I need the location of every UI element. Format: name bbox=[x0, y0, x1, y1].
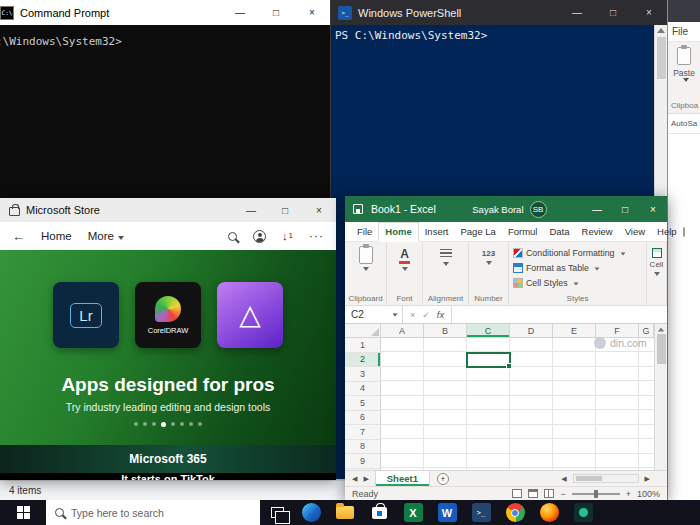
taskbar-chrome[interactable] bbox=[498, 500, 532, 525]
formula-input[interactable] bbox=[452, 306, 667, 323]
zoom-knob[interactable] bbox=[594, 490, 598, 498]
row-header[interactable]: 1 bbox=[345, 338, 380, 353]
taskbar-firefox[interactable] bbox=[532, 500, 566, 525]
tab-formulas[interactable]: Formul bbox=[502, 222, 544, 241]
side-window-titlebar[interactable] bbox=[668, 0, 700, 22]
cells-group[interactable]: Cell bbox=[647, 242, 667, 305]
row-header[interactable]: 5 bbox=[345, 396, 380, 411]
minimize-button[interactable]: — bbox=[234, 198, 268, 222]
tab-review[interactable]: Review bbox=[576, 222, 619, 241]
sheet-nav-left-icon[interactable]: ◀ bbox=[349, 475, 360, 483]
taskbar-edge[interactable] bbox=[294, 500, 328, 525]
sheet-tab-sheet1[interactable]: Sheet1 bbox=[375, 471, 430, 486]
paste-icon[interactable] bbox=[359, 246, 373, 264]
tab-view[interactable]: View bbox=[619, 222, 651, 241]
row-header[interactable]: 3 bbox=[345, 367, 380, 382]
file-tab[interactable]: File bbox=[672, 26, 688, 37]
chevron-down-icon[interactable] bbox=[443, 262, 449, 266]
nav-home[interactable]: Home bbox=[41, 230, 72, 242]
microsoft-365-banner[interactable]: Microsoft 365 bbox=[0, 445, 336, 473]
taskbar-powershell[interactable]: >_ bbox=[464, 500, 498, 525]
scrollbar-thumb[interactable] bbox=[657, 37, 666, 79]
maximize-button[interactable]: □ bbox=[258, 0, 294, 25]
row-header[interactable]: 8 bbox=[345, 440, 380, 455]
column-header[interactable]: E bbox=[553, 324, 596, 337]
selected-cell-C2[interactable] bbox=[466, 352, 511, 368]
command-prompt-titlebar[interactable]: C:\ Command Prompt — □ × bbox=[0, 0, 330, 25]
search-icon[interactable] bbox=[228, 232, 237, 241]
search-input[interactable] bbox=[71, 507, 231, 519]
zoom-out-icon[interactable]: − bbox=[560, 489, 565, 499]
powershell-titlebar[interactable]: >_ Windows PowerShell — □ × bbox=[330, 0, 667, 25]
close-button[interactable]: × bbox=[631, 0, 667, 25]
task-view-button[interactable] bbox=[260, 500, 294, 525]
cells-area[interactable] bbox=[381, 338, 667, 470]
add-sheet-button[interactable]: + bbox=[437, 473, 449, 485]
downloads-button[interactable]: ↓ 1 bbox=[282, 230, 293, 242]
store-titlebar[interactable]: Microsoft Store — □ × bbox=[0, 198, 336, 222]
insert-function-icon[interactable]: fx bbox=[437, 309, 444, 320]
taskbar-search[interactable] bbox=[46, 500, 260, 525]
conditional-formatting-button[interactable]: Conditional Formatting bbox=[513, 245, 642, 260]
row-header[interactable]: 9 bbox=[345, 454, 380, 469]
account-icon[interactable] bbox=[253, 230, 266, 243]
autosave-toggle[interactable]: AutoSa bbox=[668, 114, 700, 134]
chevron-down-icon[interactable] bbox=[486, 261, 492, 265]
start-button[interactable] bbox=[0, 500, 46, 525]
zoom-slider[interactable] bbox=[572, 493, 620, 495]
maximize-button[interactable]: □ bbox=[595, 0, 631, 25]
name-box[interactable]: C2 bbox=[345, 306, 403, 323]
tab-help[interactable]: Help bbox=[651, 222, 683, 241]
column-header[interactable]: B bbox=[424, 324, 467, 337]
row-header[interactable]: 6 bbox=[345, 411, 380, 426]
scroll-up-icon[interactable] bbox=[658, 328, 664, 332]
tiktok-banner[interactable]: It starts on TikTok bbox=[0, 473, 336, 480]
taskbar-word[interactable]: W bbox=[430, 500, 464, 525]
lightroom-tile[interactable]: Lr bbox=[53, 282, 119, 348]
vertical-scrollbar[interactable] bbox=[654, 324, 667, 470]
font-group[interactable]: A Font bbox=[387, 242, 423, 305]
close-button[interactable]: × bbox=[294, 0, 330, 25]
page-break-view-icon[interactable] bbox=[544, 489, 554, 498]
number-group[interactable]: 123 Number bbox=[469, 242, 509, 305]
format-as-table-button[interactable]: Format as Table bbox=[513, 260, 642, 275]
zoom-in-icon[interactable]: + bbox=[626, 489, 631, 499]
minimize-button[interactable]: — bbox=[559, 0, 595, 25]
maximize-button[interactable]: □ bbox=[268, 198, 302, 222]
zoom-level[interactable]: 100% bbox=[637, 489, 660, 499]
carousel-dots[interactable] bbox=[0, 422, 336, 427]
column-header[interactable]: A bbox=[381, 324, 424, 337]
close-button[interactable]: × bbox=[639, 196, 667, 222]
column-header[interactable]: F bbox=[596, 324, 639, 337]
column-header[interactable]: G bbox=[639, 324, 654, 337]
normal-view-icon[interactable] bbox=[512, 489, 522, 498]
page-layout-view-icon[interactable] bbox=[528, 489, 538, 498]
scroll-right-icon[interactable]: ▶ bbox=[642, 475, 653, 483]
sheet-nav-right-icon[interactable]: ▶ bbox=[360, 475, 371, 483]
row-header-selected[interactable]: 2 bbox=[345, 353, 380, 368]
close-button[interactable]: × bbox=[302, 198, 336, 222]
save-icon[interactable] bbox=[353, 204, 363, 214]
row-header[interactable]: 7 bbox=[345, 425, 380, 440]
scrollbar-thumb[interactable] bbox=[657, 334, 666, 364]
taskbar-file-explorer[interactable] bbox=[328, 500, 362, 525]
minimize-button[interactable]: — bbox=[583, 196, 611, 222]
scroll-up-icon[interactable] bbox=[657, 28, 665, 33]
coreldraw-tile[interactable]: CorelDRAW bbox=[135, 282, 201, 348]
scrollbar-track[interactable] bbox=[573, 474, 639, 483]
alignment-icon[interactable] bbox=[440, 249, 452, 259]
avatar[interactable]: SB bbox=[530, 201, 547, 218]
cell-styles-button[interactable]: Cell Styles bbox=[513, 275, 642, 290]
alignment-group[interactable]: Alignment bbox=[423, 242, 469, 305]
column-header[interactable]: D bbox=[510, 324, 553, 337]
back-icon[interactable]: ← bbox=[12, 229, 25, 244]
row-header[interactable]: 4 bbox=[345, 382, 380, 397]
font-icon[interactable]: A bbox=[399, 246, 410, 264]
horizontal-scrollbar[interactable]: ◀ ▶ bbox=[558, 474, 667, 483]
scroll-left-icon[interactable]: ◀ bbox=[558, 475, 569, 483]
nav-more[interactable]: More bbox=[88, 230, 124, 242]
command-prompt-terminal[interactable]: :\Windows\System32> bbox=[0, 25, 330, 58]
affinity-photo-tile[interactable]: △ bbox=[217, 282, 283, 348]
paste-button[interactable]: Paste bbox=[668, 42, 700, 98]
tab-file[interactable]: File bbox=[351, 222, 378, 241]
